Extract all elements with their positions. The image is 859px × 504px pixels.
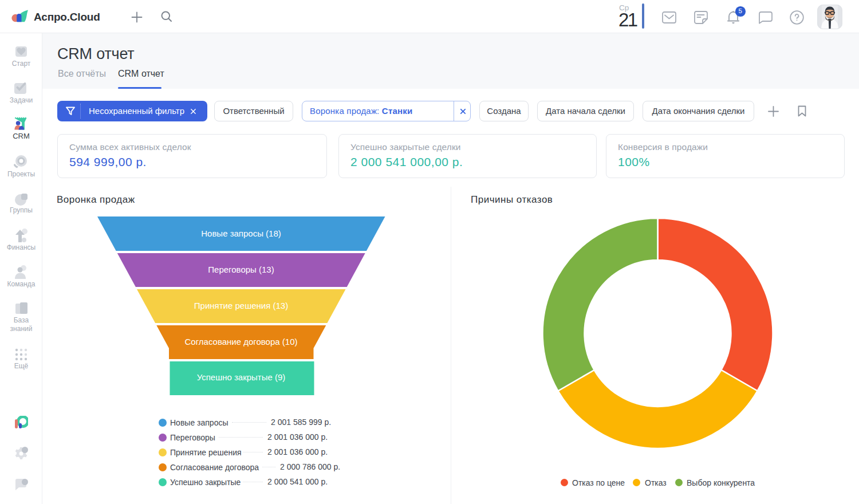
svg-text:Успешно закрытые (9): Успешно закрытые (9) <box>197 372 286 382</box>
svg-text:Новые запросы (18): Новые запросы (18) <box>201 229 281 238</box>
svg-text:Переговоры (13): Переговоры (13) <box>208 265 274 274</box>
svg-text:Согласование договора (10): Согласование договора (10) <box>185 337 298 346</box>
svg-text:Принятие решения (13): Принятие решения (13) <box>194 301 288 310</box>
